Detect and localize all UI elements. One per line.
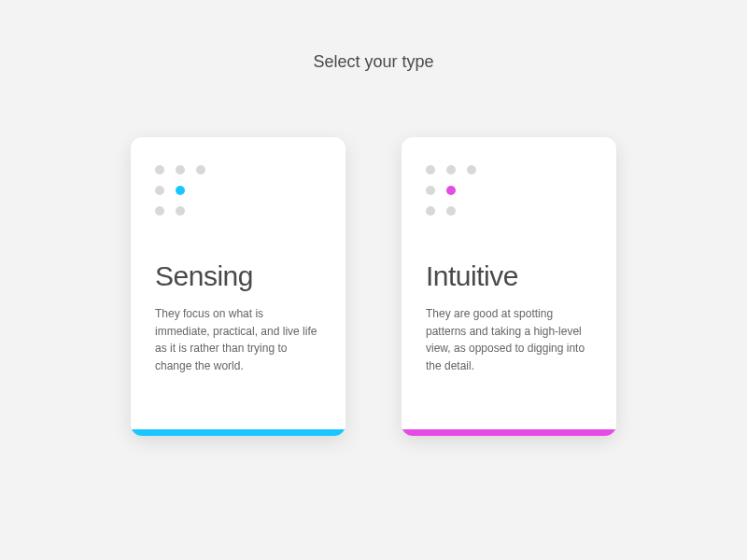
dot-icon (155, 165, 164, 175)
dot-icon (446, 206, 456, 216)
card-description: They focus on what is immediate, practic… (155, 305, 321, 374)
dot-icon (155, 186, 164, 195)
card-title: Sensing (155, 260, 321, 292)
card-description: They are good at spotting patterns and t… (426, 305, 592, 374)
card-sensing[interactable]: Sensing They focus on what is immediate,… (131, 137, 345, 436)
dot-icon (446, 165, 456, 175)
dot-accent-icon (446, 186, 456, 195)
cards-container: Sensing They focus on what is immediate,… (131, 137, 616, 436)
dot-icon (176, 206, 185, 216)
card-intuitive[interactable]: Intuitive They are good at spotting patt… (402, 137, 616, 436)
dot-icon (426, 206, 435, 216)
card-title: Intuitive (426, 260, 592, 292)
dot-icon (426, 186, 435, 195)
dot-icon (155, 206, 164, 216)
page-title: Select your type (313, 52, 433, 72)
card-accent-bar (402, 429, 616, 436)
dot-accent-icon (176, 186, 185, 195)
dot-grid-icon (155, 165, 321, 216)
dot-icon (467, 165, 476, 175)
dot-icon (426, 165, 435, 175)
dot-grid-icon (426, 165, 592, 216)
card-accent-bar (131, 429, 345, 436)
dot-icon (176, 165, 185, 175)
dot-icon (196, 165, 205, 175)
